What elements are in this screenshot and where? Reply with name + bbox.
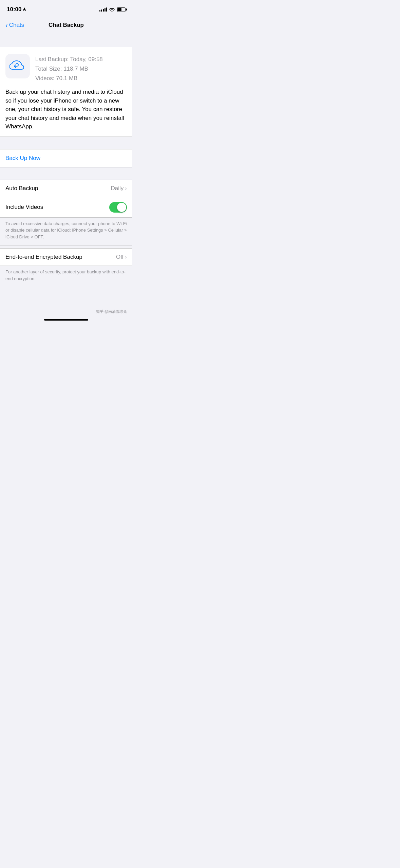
back-up-now-label[interactable]: Back Up Now — [5, 155, 127, 162]
home-indicator — [0, 315, 132, 326]
location-icon — [23, 7, 26, 12]
backup-stats: Last Backup: Today, 09:58 Total Size: 11… — [35, 54, 103, 82]
home-indicator-bar — [44, 319, 88, 321]
auto-backup-row[interactable]: Auto Backup Daily › — [0, 180, 132, 197]
watermark: 知乎 @南油雪球兔 — [0, 308, 132, 315]
encrypted-backup-value: Off — [116, 254, 123, 260]
include-videos-label: Include Videos — [5, 204, 43, 211]
status-icons — [99, 7, 126, 12]
cloud-sync-icon — [9, 60, 26, 72]
backup-info-top: Last Backup: Today, 09:58 Total Size: 11… — [5, 54, 127, 82]
back-chevron-icon: ‹ — [5, 22, 8, 29]
back-label: Chats — [9, 22, 24, 29]
include-videos-row[interactable]: Include Videos — [0, 197, 132, 217]
auto-backup-right: Daily › — [111, 185, 127, 192]
time-label: 10:00 — [7, 6, 21, 13]
include-videos-toggle[interactable] — [109, 202, 127, 213]
encrypted-backup-footer: For another layer of security, protect y… — [0, 266, 132, 287]
top-divider — [0, 35, 132, 47]
encrypted-backup-label: End-to-end Encrypted Backup — [5, 254, 82, 260]
backup-info-section: Last Backup: Today, 09:58 Total Size: 11… — [0, 47, 132, 137]
cloud-icon-wrapper — [5, 54, 30, 78]
nav-header: ‹ Chats Chat Backup — [0, 17, 132, 35]
middle-divider-3 — [0, 246, 132, 248]
auto-backup-value: Daily — [111, 185, 124, 192]
status-bar: 10:00 — [0, 0, 132, 17]
status-time: 10:00 — [7, 6, 26, 13]
encrypted-backup-section: End-to-end Encrypted Backup Off › — [0, 248, 132, 266]
auto-backup-section: Auto Backup Daily › Include Videos — [0, 180, 132, 218]
auto-backup-label: Auto Backup — [5, 185, 38, 192]
videos-footer: To avoid excessive data charges, connect… — [0, 218, 132, 246]
encrypted-backup-chevron-icon: › — [125, 254, 127, 260]
back-up-now-section[interactable]: Back Up Now — [0, 149, 132, 167]
back-button[interactable]: ‹ Chats — [5, 22, 24, 29]
last-backup-stat: Last Backup: Today, 09:58 — [35, 55, 103, 64]
middle-divider-1 — [0, 137, 132, 149]
encrypted-backup-right: Off › — [116, 254, 127, 260]
toggle-knob — [117, 203, 126, 212]
backup-description: Back up your chat history and media to i… — [5, 88, 127, 131]
auto-backup-chevron-icon: › — [125, 185, 127, 192]
middle-divider-2 — [0, 167, 132, 180]
battery-icon — [117, 7, 126, 12]
total-size-stat: Total Size: 118.7 MB — [35, 65, 103, 73]
videos-stat: Videos: 70.1 MB — [35, 74, 103, 83]
page-title: Chat Backup — [49, 22, 84, 29]
encrypted-backup-row[interactable]: End-to-end Encrypted Backup Off › — [0, 249, 132, 266]
wifi-icon — [109, 7, 115, 12]
signal-bars — [99, 7, 107, 12]
bottom-spacer — [0, 287, 132, 308]
